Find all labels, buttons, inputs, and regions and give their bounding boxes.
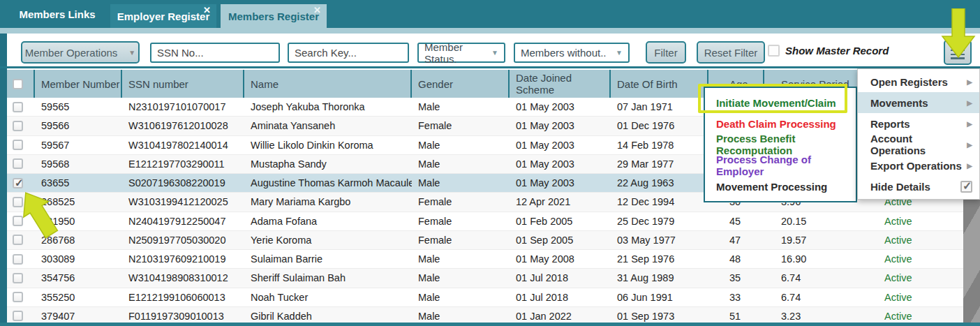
context-menu-item[interactable]: Account Operations ▶ — [858, 134, 979, 155]
filter-button[interactable]: Filter — [646, 41, 686, 64]
context-menu-item[interactable]: Open Registers ▶ — [858, 71, 979, 92]
cell-name: Sheriff Sulaiman Bah — [244, 272, 412, 283]
annotation-highlight-box — [698, 84, 847, 113]
submenu-item[interactable]: Process Change of Employer — [705, 155, 856, 176]
cell-member-number: 379407 — [35, 311, 122, 322]
cell-age: 45 — [708, 216, 764, 227]
cell-age: 33 — [708, 292, 764, 303]
table-row[interactable]: 286768 N2509197705030020 Yerie Koroma Fe… — [7, 231, 980, 250]
cell-ssn-number: E1212199106060013 — [122, 292, 244, 303]
context-menu-item[interactable]: Reports ▶ — [858, 113, 979, 134]
left-frame — [0, 0, 7, 326]
table-row[interactable]: 303089 N2103197609210019 Sulaiman Barrie… — [7, 250, 980, 269]
cell-ssn-number: W3104198908310012 — [122, 272, 244, 283]
ssn-input[interactable] — [150, 43, 280, 63]
cell-age: 47 — [708, 235, 764, 246]
column-header-date-of-birth: Date Of Birth — [611, 70, 708, 98]
menu-item-label: Reports — [870, 118, 910, 130]
show-master-record-checkbox[interactable] — [768, 45, 780, 57]
cell-member-number: 59565 — [35, 101, 122, 112]
row-checkbox[interactable] — [13, 273, 23, 283]
show-master-record-label: Show Master Record — [785, 45, 889, 57]
submenu-item[interactable]: Death Claim Processing — [705, 113, 856, 134]
tab-members-register[interactable]: Members Register ✕ — [221, 4, 327, 28]
close-icon[interactable]: ✕ — [203, 6, 211, 15]
row-checkbox[interactable] — [13, 158, 23, 169]
tab-label: Members Links — [19, 8, 95, 20]
cell-ssn-number: N2404197912250047 — [122, 216, 244, 227]
submenu-item-label: Process Change of Employer — [716, 154, 856, 177]
cell-name: Joseph Yakuba Thoronka — [244, 101, 412, 112]
cell-ssn-number: N2509197705030020 — [122, 235, 244, 246]
member-operations-label: Member Operations — [25, 47, 118, 59]
cell-gender: Male — [412, 311, 510, 322]
cell-ssn-number: F0119197309010013 — [122, 311, 244, 322]
cell-gender: Male — [412, 292, 510, 303]
member-operations-dropdown[interactable]: Member Operations ▼ — [21, 41, 140, 64]
cell-age: 35 — [708, 272, 764, 283]
cell-name: Sulaiman Barrie — [244, 253, 412, 265]
row-checkbox[interactable] — [13, 121, 23, 131]
cell-date-of-birth: 29 Mar 1977 — [611, 158, 708, 170]
select-all-checkbox[interactable] — [13, 79, 23, 89]
reset-filter-button[interactable]: Reset Filter — [697, 41, 765, 64]
cell-gender: Male — [412, 140, 510, 151]
tab-employer-register[interactable]: Employer Register ✕ — [110, 4, 216, 28]
cell-gender: Female — [412, 235, 510, 246]
table-row[interactable]: 281950 N2404197912250047 Adama Fofana Fe… — [7, 212, 980, 231]
table-row[interactable]: 355250 E1212199106060013 Noah Tucker Mal… — [7, 288, 980, 307]
member-status-select[interactable]: Member Status. ▼ — [417, 43, 505, 63]
cell-date-joined: 01 Jul 2018 — [510, 272, 611, 283]
menu-item-label: Open Registers — [870, 76, 948, 88]
submenu-item[interactable]: Movement Processing — [705, 176, 856, 197]
cell-status: Active — [862, 253, 980, 265]
cell-member-number: 59566 — [35, 120, 122, 131]
cell-name: Aminata Yansaneh — [244, 120, 412, 131]
row-checkbox[interactable] — [13, 140, 23, 150]
cell-gender: Female — [412, 120, 510, 131]
tab-label: Members Register — [228, 10, 319, 22]
context-menu-item[interactable]: Movements ▶ — [858, 92, 979, 113]
tab-members-links[interactable]: Members Links — [8, 0, 106, 28]
submenu-arrow-icon: ▶ — [967, 120, 972, 128]
row-checkbox[interactable] — [13, 292, 23, 302]
context-menu-item[interactable]: Export Operations ▶ — [858, 155, 979, 176]
cell-date-joined: 01 May 2003 — [510, 177, 611, 188]
column-header-name: Name — [244, 70, 412, 98]
cell-name: Willie Likolo Dinkin Koroma — [244, 140, 412, 151]
cell-ssn-number: N2103197609210019 — [122, 253, 244, 265]
cell-gender: Male — [412, 101, 510, 112]
cell-ssn-number: E1212197703290011 — [122, 158, 244, 170]
search-key-input[interactable] — [288, 43, 409, 63]
submenu-item-label: Process Benefit Recomputation — [716, 133, 856, 156]
close-icon[interactable]: ✕ — [313, 6, 321, 15]
cell-gender: Female — [412, 216, 510, 227]
column-header-date-joined: Date Joined Scheme — [510, 70, 611, 98]
cell-member-number: 354756 — [35, 272, 122, 283]
cell-date-joined: 12 Apr 2021 — [510, 196, 611, 207]
submenu-arrow-icon: ▶ — [967, 141, 972, 149]
table-row[interactable]: 354756 W3104198908310012 Sheriff Sulaima… — [7, 269, 980, 288]
cell-gender: Male — [412, 272, 510, 283]
cell-name: Adama Fofana — [244, 216, 412, 227]
filter-button-label: Filter — [654, 47, 677, 59]
members-without-select[interactable]: Members without.. ▼ — [514, 43, 630, 63]
tab-label: Employer Register — [117, 10, 210, 22]
row-checkbox[interactable] — [13, 311, 23, 321]
cell-date-joined: 01 Jan 2022 — [510, 311, 611, 322]
submenu-item[interactable]: Process Benefit Recomputation — [705, 134, 856, 155]
row-checkbox[interactable] — [13, 102, 23, 112]
tabbar-bottom-strip — [0, 28, 980, 34]
cell-ssn-number: W3104197802140014 — [122, 140, 244, 151]
column-header-member-number: Member Number — [35, 70, 122, 98]
annotation-arrow-up-icon — [13, 186, 89, 239]
members-register-page: Members Links Employer Register ✕ Member… — [0, 0, 980, 326]
context-menu-item[interactable]: Hide Details ▶ — [858, 176, 979, 197]
submenu-item-label: Movement Processing — [716, 181, 827, 193]
row-checkbox[interactable] — [13, 254, 23, 265]
cell-date-of-birth: 06 Jun 1991 — [611, 292, 708, 303]
bottom-frame — [0, 323, 980, 326]
annotation-arrow-down-icon — [939, 8, 978, 59]
submenu-arrow-icon: ▶ — [967, 162, 972, 170]
cell-date-of-birth: 01 Dec 1976 — [611, 120, 708, 131]
